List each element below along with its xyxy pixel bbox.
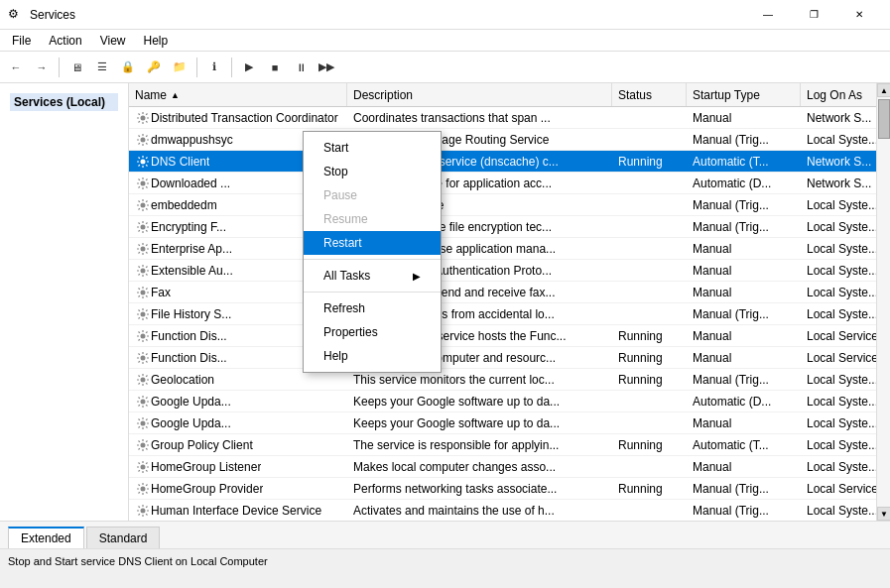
col-header-status[interactable]: Status [612, 83, 687, 106]
table-row[interactable]: Google Upda... Keeps your Google softwar… [129, 391, 890, 412]
service-icon [135, 350, 151, 366]
table-row[interactable]: Human Interface Device Service Activates… [129, 500, 890, 521]
service-startup: Manual (Trig... [687, 369, 801, 390]
restart-button[interactable]: ▶▶ [315, 56, 338, 79]
service-icon [135, 176, 151, 191]
forward-button[interactable]: → [30, 56, 54, 79]
back-button[interactable]: ← [4, 56, 28, 79]
col-header-startup-type[interactable]: Startup Type [687, 83, 801, 106]
table-row[interactable]: Geolocation This service monitors the cu… [129, 369, 890, 391]
menu-help[interactable]: Help [136, 32, 177, 50]
service-name: dmwappushsyc [151, 133, 233, 147]
context-menu-item-properties[interactable]: Properties [304, 320, 441, 344]
context-menu-item-refresh[interactable]: Refresh [304, 296, 441, 320]
status-text: Stop and Start service DNS Client on Loc… [8, 555, 268, 567]
list-button[interactable]: ☰ [90, 56, 114, 79]
stop-button[interactable]: ■ [263, 56, 287, 79]
table-row[interactable]: DNS Client The DNS Client service (dnsca… [129, 151, 890, 173]
tab-standard[interactable]: Standard [86, 527, 161, 548]
table-row[interactable]: Encrypting F... Provides the core file e… [129, 216, 890, 238]
context-menu-item-help[interactable]: Help [304, 344, 441, 368]
menu-action[interactable]: Action [41, 32, 89, 50]
context-menu-item-all-tasks[interactable]: All Tasks▶ [304, 264, 441, 288]
service-status [612, 260, 687, 281]
svg-point-14 [141, 420, 146, 425]
service-startup: Manual [687, 260, 801, 281]
service-status [612, 129, 687, 150]
table-row[interactable]: HomeGroup Provider Performs networking t… [129, 478, 890, 500]
service-name: DNS Client [151, 155, 209, 169]
service-icon [135, 219, 151, 235]
restore-button[interactable]: ❐ [791, 0, 836, 30]
table-row[interactable]: Google Upda... Keeps your Google softwar… [129, 412, 890, 434]
service-icon [135, 263, 151, 279]
service-startup: Manual [687, 107, 801, 128]
play-button[interactable]: ▶ [237, 56, 261, 79]
svg-point-9 [141, 311, 146, 316]
service-name: HomeGroup Listener [151, 460, 261, 474]
service-name: Google Upda... [151, 416, 231, 430]
computer-button[interactable]: 🖥 [64, 56, 88, 79]
table-row[interactable]: Function Dis... Publishes this computer … [129, 347, 890, 369]
service-startup: Manual [687, 456, 801, 477]
table-row[interactable]: Function Dis... The FDPHOST service host… [129, 325, 890, 347]
svg-point-17 [141, 486, 146, 491]
service-desc: Performs networking tasks associate... [347, 478, 612, 499]
menu-file[interactable]: File [4, 32, 39, 50]
service-name: embeddedm [151, 198, 217, 212]
table-row[interactable]: Group Policy Client The service is respo… [129, 434, 890, 456]
service-name: File History S... [151, 307, 231, 321]
service-name: HomeGroup Provider [151, 482, 263, 496]
toolbar-separator-1 [59, 58, 60, 77]
service-startup: Manual [687, 347, 801, 368]
service-desc: Activates and maintains the use of h... [347, 500, 612, 521]
toolbar-separator-2 [196, 58, 197, 77]
key-button[interactable]: 🔑 [142, 56, 166, 79]
column-headers: Name ▲ Description Status Startup Type L… [129, 83, 890, 107]
table-row[interactable]: HomeGroup Listener Makes local computer … [129, 456, 890, 478]
table-row[interactable]: Extensible Au... The Extensible Authenti… [129, 260, 890, 282]
service-icon [135, 132, 151, 148]
service-icon [135, 197, 151, 213]
scroll-down-button[interactable]: ▼ [877, 507, 890, 521]
menu-view[interactable]: View [92, 32, 134, 50]
info-button[interactable]: ℹ [202, 56, 226, 79]
sort-icon: ▲ [171, 90, 180, 100]
service-name: Extensible Au... [151, 264, 233, 278]
table-row[interactable]: Downloaded ... Windows service for appli… [129, 173, 890, 194]
svg-point-18 [141, 508, 146, 513]
svg-point-11 [141, 355, 146, 360]
scroll-up-button[interactable]: ▲ [877, 83, 890, 97]
table-row[interactable]: Fax Enables you to send and receive fax.… [129, 282, 890, 303]
service-name: Distributed Transaction Coordinator [151, 111, 338, 125]
svg-point-13 [141, 399, 146, 404]
table-row[interactable]: File History S... Protects user files fr… [129, 303, 890, 325]
left-panel: Services (Local) [0, 83, 129, 521]
right-scrollbar[interactable]: ▲ ▼ [876, 83, 890, 521]
col-header-name[interactable]: Name ▲ [129, 83, 347, 106]
app-icon: ⚙ [8, 7, 24, 23]
service-startup: Manual [687, 325, 801, 346]
close-button[interactable]: ✕ [836, 0, 882, 30]
services-list[interactable]: Distributed Transaction Coordinator Coor… [129, 107, 890, 521]
table-row[interactable]: dmwappushsyc WAP Push Message Routing Se… [129, 129, 890, 151]
minimize-button[interactable]: — [745, 0, 791, 30]
context-menu-item-restart[interactable]: Restart [304, 231, 441, 255]
scroll-track[interactable] [877, 97, 890, 507]
service-status: Running [612, 151, 687, 172]
folder-button[interactable]: 📁 [168, 56, 191, 79]
service-startup: Manual (Trig... [687, 129, 801, 150]
service-status: Running [612, 369, 687, 390]
tab-extended[interactable]: Extended [8, 527, 84, 548]
table-row[interactable]: embeddedm Embedded Mode Manual (Trig... … [129, 194, 890, 216]
pause-button[interactable]: ⏸ [289, 56, 313, 79]
lock-button[interactable]: 🔒 [116, 56, 140, 79]
scroll-thumb[interactable] [878, 99, 890, 139]
service-status: Running [612, 325, 687, 346]
service-icon [135, 415, 151, 431]
context-menu-item-start[interactable]: Start [304, 136, 441, 160]
table-row[interactable]: Distributed Transaction Coordinator Coor… [129, 107, 890, 129]
col-header-description[interactable]: Description [347, 83, 612, 106]
context-menu-item-stop[interactable]: Stop [304, 160, 441, 183]
table-row[interactable]: Enterprise Ap... Enables enterprise appl… [129, 238, 890, 260]
